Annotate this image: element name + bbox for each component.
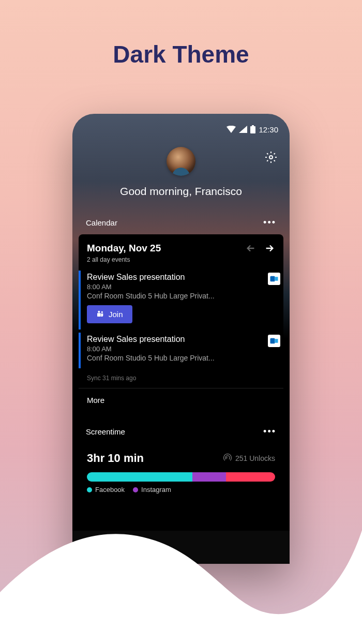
calendar-date: Monday, Nov 25: [87, 243, 161, 254]
battery-icon: [250, 125, 255, 133]
svg-rect-7: [97, 313, 101, 317]
event-title: Review Sales presentation: [87, 273, 275, 282]
legend-item: Instagram: [133, 486, 171, 493]
settings-button[interactable]: [265, 151, 277, 166]
svg-point-6: [101, 311, 103, 313]
svg-rect-8: [270, 338, 275, 344]
join-label: Join: [109, 310, 123, 319]
screentime-legend: Facebook Instagram: [79, 486, 283, 502]
calendar-more-button[interactable]: More: [79, 388, 283, 412]
sync-status: Sync 31 mins ago: [79, 371, 283, 388]
screentime-card: 3hr 10 min 251 Unlocks Facebook Instagra…: [79, 443, 283, 502]
bottom-nav: Glance: [72, 531, 290, 564]
legend-item: Facebook: [87, 486, 125, 493]
greeting-text: Good morning, Francisco: [83, 185, 279, 198]
nav-glance-label: Glance: [87, 550, 107, 557]
outlook-icon: [268, 335, 280, 347]
screentime-more-icon[interactable]: •••: [263, 426, 276, 437]
calendar-event[interactable]: Review Sales presentation 8:00 AM Conf R…: [79, 271, 283, 330]
svg-rect-0: [250, 126, 255, 133]
prev-day-button[interactable]: [245, 243, 257, 254]
calendar-subtitle: 2 all day events: [79, 256, 283, 271]
outlook-icon: [268, 273, 280, 285]
next-day-button[interactable]: [264, 243, 275, 254]
svg-rect-9: [275, 339, 278, 343]
unlock-count: 251 Unlocks: [223, 453, 275, 464]
phone-frame: 12:30 Good morning, Francisco Calendar •…: [72, 114, 290, 564]
legend-dot: [87, 487, 92, 492]
bar-segment-facebook: [87, 472, 192, 482]
legend-dot: [133, 487, 138, 492]
cell-signal-icon: [239, 126, 247, 133]
glance-icon: [91, 537, 102, 549]
wifi-icon: [227, 126, 236, 133]
page-title: Dark Theme: [0, 0, 362, 68]
calendar-event[interactable]: Review Sales presentation 8:00 AM Conf R…: [79, 333, 283, 368]
status-time: 12:30: [259, 125, 278, 134]
screentime-bar: [87, 472, 275, 482]
teams-icon: [96, 309, 104, 319]
status-bar: 12:30: [72, 114, 290, 137]
calendar-section-title: Calendar: [86, 218, 117, 227]
screentime-section-title: Screentime: [86, 427, 125, 436]
svg-point-2: [269, 156, 273, 159]
bar-segment-other: [226, 472, 275, 482]
avatar[interactable]: [167, 147, 195, 176]
screentime-total: 3hr 10 min: [87, 452, 144, 465]
event-location: Conf Room Studio 5 Hub Large Privat...: [87, 354, 232, 362]
svg-rect-3: [270, 276, 275, 282]
fingerprint-icon: [223, 453, 232, 464]
event-time: 8:00 AM: [87, 345, 275, 353]
svg-point-5: [98, 311, 100, 313]
join-button[interactable]: Join: [87, 305, 132, 323]
event-title: Review Sales presentation: [87, 335, 275, 344]
svg-rect-4: [275, 277, 278, 281]
bar-segment-instagram: [192, 472, 227, 482]
svg-rect-1: [252, 125, 254, 126]
calendar-more-icon[interactable]: •••: [263, 217, 276, 228]
calendar-card: Monday, Nov 25 2 all day events Review S…: [79, 234, 283, 412]
nav-glance[interactable]: Glance: [87, 537, 107, 557]
event-location: Conf Room Studio 5 Hub Large Privat...: [87, 292, 232, 300]
event-time: 8:00 AM: [87, 283, 275, 291]
